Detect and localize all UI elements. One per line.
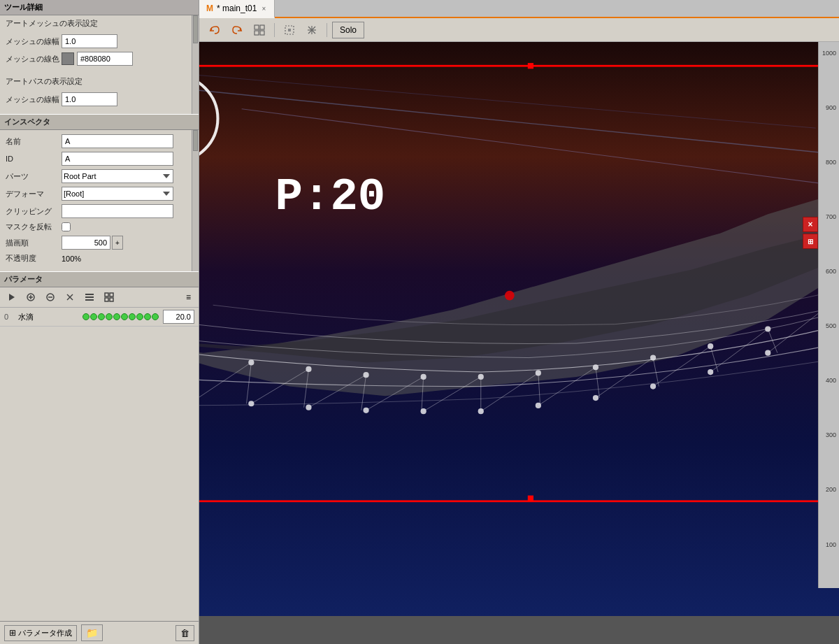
- toolbar-grid-btn[interactable]: [250, 21, 269, 39]
- svg-rect-12: [110, 293, 113, 296]
- params-list-btn[interactable]: [81, 289, 98, 305]
- ruler-800: 800: [826, 159, 836, 166]
- tool-scrollbar-thumb[interactable]: [193, 15, 198, 43]
- inspector-id-row: ID: [6, 152, 186, 166]
- param-dot-0-7: [136, 313, 143, 320]
- mesh-linecolor-row: メッシュの線色: [6, 52, 186, 66]
- svg-rect-14: [110, 298, 113, 301]
- control-point-mid[interactable]: [505, 291, 515, 301]
- toolbar-undo-btn[interactable]: [205, 21, 224, 39]
- tab-icon: M: [206, 3, 213, 13]
- params-play-btn[interactable]: [4, 289, 20, 305]
- inspector-deform-label: デフォーマ: [6, 189, 62, 199]
- param-dots-0: [83, 313, 159, 320]
- inspector-header: インスペクタ: [0, 114, 199, 130]
- params-header: パラメータ: [0, 271, 199, 287]
- canvas-bg: A P:20 ×: [199, 42, 839, 616]
- param-name-0: 水滴: [18, 312, 83, 322]
- inspector-part-label: パーツ: [6, 171, 62, 182]
- svg-point-75: [248, 359, 254, 365]
- mesh-linewidth-row: メッシュの線幅: [6, 34, 186, 48]
- inspector-fields: 名前 ID パーツ Root Part デフォーマ: [0, 130, 192, 271]
- toolbar-transform-btn[interactable]: [280, 21, 299, 39]
- inspector-scrollbar-thumb[interactable]: [193, 130, 198, 151]
- main-tab[interactable]: M * main_t01 ×: [199, 0, 275, 18]
- mesh-linecolor-swatch[interactable]: [62, 52, 74, 65]
- handle-bm[interactable]: [528, 496, 533, 501]
- inspector-mask-checkbox[interactable]: [62, 222, 71, 231]
- param-dot-0-8: [144, 313, 151, 320]
- inspector-scroll-container: 名前 ID パーツ Root Part デフォーマ: [0, 130, 199, 271]
- create-params-btn[interactable]: ⊞ パラメータ作成: [4, 625, 77, 641]
- inspector-draworder-input[interactable]: [62, 236, 110, 250]
- path-settings: メッシュの線幅: [0, 88, 192, 114]
- params-add-key-btn[interactable]: [22, 289, 39, 305]
- svg-marker-0: [9, 294, 15, 301]
- inspector-deform-select[interactable]: [Root]: [62, 187, 173, 201]
- inspector-mask-label: マスクを反転: [6, 222, 62, 232]
- tool-section-scrollbar[interactable]: [192, 15, 199, 114]
- params-list: 0 水滴: [0, 308, 199, 621]
- svg-rect-17: [254, 31, 259, 35]
- inspector-draworder-increment[interactable]: +: [112, 236, 123, 250]
- ruler-200: 200: [826, 486, 836, 493]
- inspector-clipping-input[interactable]: [62, 204, 173, 218]
- svg-point-84: [478, 408, 484, 414]
- svg-point-87: [593, 364, 598, 370]
- svg-point-93: [765, 326, 770, 331]
- mesh-settings: メッシュの線幅 メッシュの線色: [0, 30, 192, 73]
- ruler-500: 500: [826, 322, 836, 329]
- trash-btn[interactable]: 🗑: [175, 625, 194, 641]
- svg-rect-13: [105, 298, 108, 301]
- svg-point-82: [421, 408, 426, 414]
- inspector-name-input[interactable]: [62, 134, 173, 148]
- inspector-clipping-row: クリッピング: [6, 204, 186, 218]
- params-section: パラメータ: [0, 271, 199, 621]
- tab-close-btn[interactable]: ×: [260, 5, 267, 13]
- inspector-id-input[interactable]: [62, 152, 173, 166]
- toolbar-redo-btn[interactable]: [227, 21, 247, 39]
- inspector-name-row: 名前: [6, 134, 186, 148]
- param-value-0[interactable]: [163, 310, 194, 324]
- art-path-section-label: アートパスの表示設定: [0, 73, 192, 88]
- mesh-linecolor-label: メッシュの線色: [6, 54, 62, 64]
- path-linewidth-label: メッシュの線幅: [6, 94, 62, 105]
- handle-tm[interactable]: [528, 63, 533, 69]
- inspector-opacity-value: 100%: [62, 255, 81, 263]
- toolbar-sep-1: [274, 23, 275, 37]
- params-menu-btn[interactable]: ≡: [182, 289, 194, 305]
- params-toolbar: ≡: [0, 287, 199, 308]
- inspector-part-row: パーツ Root Part: [6, 169, 186, 183]
- svg-rect-15: [254, 25, 259, 29]
- folder-btn[interactable]: 📁: [81, 624, 103, 641]
- param-dot-0-1: [90, 313, 97, 320]
- grid-action-btn[interactable]: ⊞: [803, 234, 818, 249]
- svg-point-83: [478, 374, 484, 380]
- path-linewidth-input[interactable]: [62, 92, 117, 106]
- toolbar-sep-2: [327, 23, 327, 37]
- svg-rect-21: [288, 29, 291, 31]
- svg-point-79: [363, 372, 368, 378]
- params-remove-key-btn[interactable]: [42, 289, 59, 305]
- inspector-opacity-label: 不透明度: [6, 253, 62, 264]
- art-mesh-section-label: アートメッシュの表示設定: [0, 15, 192, 30]
- close-action-btn[interactable]: ×: [803, 217, 818, 232]
- ruler-400: 400: [826, 377, 836, 384]
- param-row-0: 0 水滴: [0, 308, 199, 327]
- inspector-scrollbar[interactable]: [192, 130, 199, 271]
- mesh-linecolor-input[interactable]: [77, 52, 133, 66]
- toolbar-points-btn[interactable]: [302, 21, 322, 39]
- params-grid-btn[interactable]: [101, 289, 117, 305]
- ruler-right: 1000 900 800 700 600 500 400 300 200 100: [818, 42, 839, 588]
- solo-btn[interactable]: Solo: [332, 22, 364, 38]
- ruler-900: 900: [826, 104, 836, 111]
- svg-point-80: [363, 408, 368, 413]
- inspector-part-select[interactable]: Root Part: [62, 169, 173, 183]
- params-delete-btn[interactable]: [62, 289, 78, 305]
- mesh-linewidth-input[interactable]: [62, 34, 117, 48]
- canvas-area[interactable]: A P:20 ×: [199, 42, 839, 644]
- param-dot-0-4: [113, 313, 120, 320]
- svg-rect-18: [260, 31, 264, 35]
- left-panel: ツール詳細 アートメッシュの表示設定 メッシュの線幅 メッシュの線色: [0, 0, 199, 644]
- inspector-id-label: ID: [6, 155, 62, 163]
